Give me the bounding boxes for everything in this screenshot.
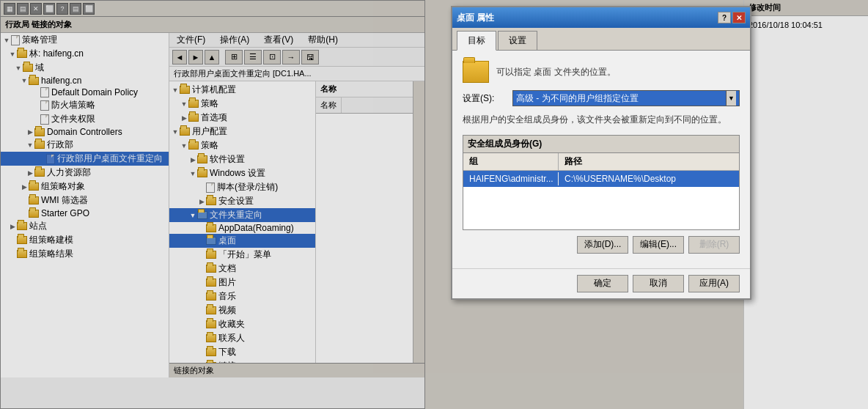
apply-button[interactable]: 应用(A)	[688, 275, 740, 292]
dialog-desc-text: 可以指定 桌面 文件夹的位置。	[496, 66, 616, 78]
dialog-tabs: 目标 设置	[452, 28, 750, 51]
security-group-section: 安全组成员身份(G) 组 路径 HAIFENG\administr... C:\…	[463, 135, 740, 230]
dialog-note: 根据用户的安全组成员身份，该文件夹会被重新定向到不同的位置。	[463, 114, 740, 126]
dialog-footer: 确定 取消 应用(A)	[452, 268, 750, 298]
dialog-setting-row: 设置(S): 高级 - 为不同的用户组指定位置 ▼	[463, 90, 740, 106]
dialog-close-btn[interactable]: ✕	[732, 12, 746, 23]
dialog-action-row: 添加(D)... 编辑(E)... 删除(R)	[463, 236, 740, 254]
setting-label: 设置(S):	[463, 92, 507, 105]
add-button[interactable]: 添加(D)...	[577, 236, 628, 254]
security-group-body: HAIFENG\administr... C:\%USERNAME%\Deskt…	[463, 171, 739, 229]
path-cell: C:\%USERNAME%\Desktop	[559, 172, 682, 185]
setting-select[interactable]: 高级 - 为不同的用户组指定位置 ▼	[512, 90, 740, 106]
tab-settings[interactable]: 设置	[498, 31, 537, 50]
security-group-row[interactable]: HAIFENG\administr... C:\%USERNAME%\Deskt…	[463, 171, 739, 187]
dialog-title: 桌面 属性	[457, 12, 494, 24]
dialog-titlebar-buttons: ? ✕	[718, 12, 746, 23]
security-group-header: 安全组成员身份(G)	[463, 136, 739, 153]
desktop-properties-dialog: 桌面 属性 ? ✕ 目标 设置 可以指定 桌面 文件夹的位置。 设置(S): 高…	[451, 6, 751, 300]
select-arrow-icon[interactable]: ▼	[726, 91, 736, 106]
col-path: 路径	[559, 153, 588, 170]
security-group-columns: 组 路径	[463, 153, 739, 171]
dialog-folder-section: 可以指定 桌面 文件夹的位置。	[463, 61, 740, 83]
dialog-help-btn[interactable]: ?	[718, 12, 731, 23]
dialog-body: 可以指定 桌面 文件夹的位置。 设置(S): 高级 - 为不同的用户组指定位置 …	[452, 51, 750, 268]
group-cell: HAIFENG\administr...	[463, 172, 559, 185]
remove-button[interactable]: 删除(R)	[688, 236, 740, 254]
dialog-titlebar: 桌面 属性 ? ✕	[452, 7, 750, 28]
col-group: 组	[463, 153, 559, 170]
tab-target[interactable]: 目标	[457, 31, 496, 51]
cancel-button[interactable]: 取消	[633, 275, 684, 292]
ok-button[interactable]: 确定	[577, 275, 628, 292]
folder-icon-large	[463, 61, 489, 83]
edit-button[interactable]: 编辑(E)...	[633, 236, 684, 254]
setting-value: 高级 - 为不同的用户组指定位置	[516, 92, 639, 105]
